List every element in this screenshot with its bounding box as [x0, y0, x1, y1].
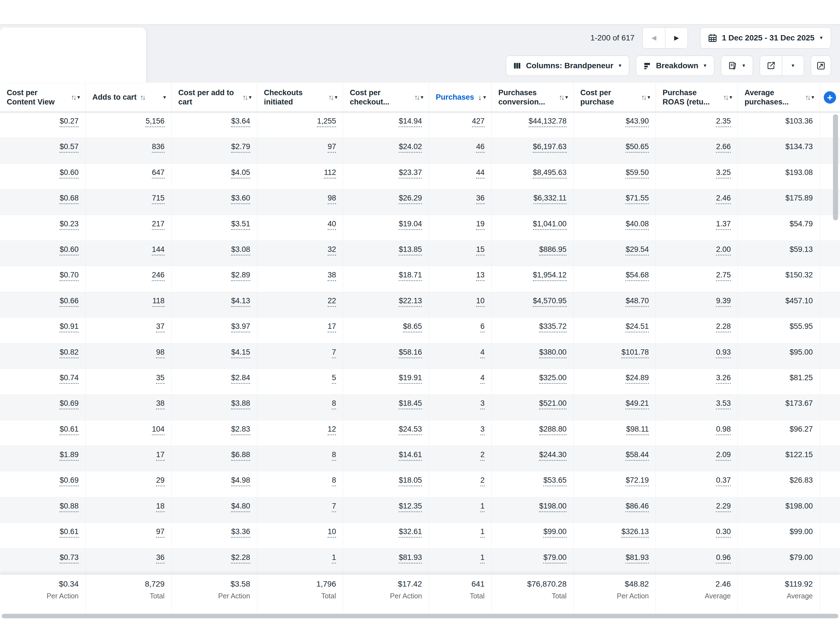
table-cell[interactable]: 97 — [257, 138, 343, 163]
table-cell[interactable]: $86.46 — [574, 497, 656, 522]
table-cell[interactable]: 427 — [429, 112, 491, 138]
table-cell[interactable]: 17 — [257, 318, 343, 343]
table-cell[interactable]: $32.61 — [343, 523, 429, 548]
column-header-cost-per-add-to-cart[interactable]: Cost per add to cart ↑↓ ▼ — [171, 83, 257, 112]
table-cell[interactable]: $18.05 — [343, 471, 429, 497]
columns-button[interactable]: Columns: Brandpeneur ▼ — [506, 56, 629, 76]
column-header-adds-to-cart[interactable]: Adds to cart ↑↓ ▼ — [86, 83, 171, 112]
table-cell[interactable]: $4.15 — [171, 343, 257, 369]
table-cell[interactable]: 0.96 — [656, 549, 738, 574]
table-cell[interactable]: $29.54 — [574, 241, 656, 266]
table-cell[interactable]: $3.08 — [171, 241, 257, 266]
table-cell[interactable]: $173.67 — [738, 394, 820, 420]
table-cell[interactable]: 0.37 — [656, 471, 738, 497]
sort-icon[interactable]: ↑↓ — [559, 93, 564, 102]
table-cell[interactable]: $72.19 — [574, 471, 656, 497]
table-cell[interactable]: 3.26 — [656, 369, 738, 394]
table-cell[interactable]: 6 — [429, 318, 491, 343]
table-cell[interactable]: 46 — [429, 138, 491, 163]
table-cell[interactable]: 647 — [86, 164, 171, 189]
sort-icon[interactable]: ↑↓ — [71, 93, 77, 102]
table-cell[interactable]: 3 — [429, 394, 491, 420]
table-cell[interactable]: 0.30 — [656, 523, 738, 548]
table-cell[interactable]: $2.83 — [171, 420, 257, 445]
chevron-down-icon[interactable]: ▼ — [482, 95, 487, 100]
chevron-down-icon[interactable]: ▼ — [77, 95, 81, 100]
table-cell[interactable]: $6.88 — [171, 446, 257, 471]
table-cell[interactable]: 836 — [86, 138, 171, 163]
table-cell[interactable]: $59.50 — [574, 164, 656, 189]
column-header-cost-per-content-view[interactable]: Cost per Content View ↑↓ ▼ — [0, 83, 86, 112]
table-cell[interactable]: $58.44 — [574, 446, 656, 471]
table-cell[interactable]: $3.88 — [171, 394, 257, 420]
column-header-checkouts-initiated[interactable]: Checkouts initiated ↑↓ ▼ — [257, 83, 343, 112]
table-cell[interactable]: 2.00 — [656, 241, 738, 266]
table-cell[interactable]: $886.95 — [491, 241, 574, 266]
table-cell[interactable]: $1,041.00 — [491, 215, 574, 240]
table-cell[interactable]: $24.51 — [574, 318, 656, 343]
table-cell[interactable]: $19.91 — [343, 369, 429, 394]
table-cell[interactable]: $1.89 — [0, 446, 86, 471]
table-cell[interactable]: $0.91 — [0, 318, 86, 343]
table-cell[interactable]: 37 — [86, 318, 171, 343]
table-cell[interactable]: 10 — [257, 523, 343, 548]
table-cell[interactable]: $81.93 — [343, 549, 429, 574]
table-cell[interactable]: $0.74 — [0, 369, 86, 394]
column-header-purchases-conversion[interactable]: Purchases conversion... ↑↓ ▼ — [491, 83, 574, 112]
table-cell[interactable]: $198.00 — [491, 497, 574, 522]
table-cell[interactable]: $23.37 — [343, 164, 429, 189]
table-cell[interactable]: $13.85 — [343, 241, 429, 266]
table-cell[interactable]: $26.29 — [343, 189, 429, 215]
table-cell[interactable]: $99.00 — [491, 523, 574, 548]
table-cell[interactable]: $101.78 — [574, 343, 656, 369]
table-cell[interactable]: 44 — [429, 164, 491, 189]
table-cell[interactable]: 0.98 — [656, 420, 738, 445]
table-cell[interactable]: $4,570.95 — [491, 292, 574, 317]
table-cell[interactable]: $24.89 — [574, 369, 656, 394]
sort-icon[interactable]: ↑↓ — [328, 93, 334, 102]
sort-icon[interactable]: ↑↓ — [242, 93, 248, 102]
table-cell[interactable]: $98.11 — [574, 420, 656, 445]
table-cell[interactable]: 715 — [86, 189, 171, 215]
table-cell[interactable]: $380.00 — [491, 343, 574, 369]
table-cell[interactable]: $44,132.78 — [491, 112, 574, 138]
charts-button[interactable] — [811, 56, 831, 76]
table-cell[interactable]: $0.61 — [0, 523, 86, 548]
table-cell[interactable]: 38 — [86, 394, 171, 420]
table-cell[interactable]: $0.68 — [0, 189, 86, 215]
table-cell[interactable]: 1 — [429, 523, 491, 548]
table-cell[interactable]: 2.75 — [656, 266, 738, 292]
table-cell[interactable]: $8,495.63 — [491, 164, 574, 189]
table-cell[interactable]: $96.27 — [738, 420, 820, 445]
table-cell[interactable]: $6,197.63 — [491, 138, 574, 163]
table-cell[interactable]: $12.35 — [343, 497, 429, 522]
table-cell[interactable]: $175.89 — [738, 189, 820, 215]
table-cell[interactable]: $122.15 — [738, 446, 820, 471]
table-cell[interactable]: 3 — [429, 420, 491, 445]
table-cell[interactable]: 2 — [429, 446, 491, 471]
table-cell[interactable]: 1,255 — [257, 112, 343, 138]
table-cell[interactable]: 7 — [257, 343, 343, 369]
table-cell[interactable]: 2.46 — [656, 189, 738, 215]
table-cell[interactable]: 2.35 — [656, 112, 738, 138]
table-cell[interactable]: $0.82 — [0, 343, 86, 369]
table-cell[interactable]: $22.13 — [343, 292, 429, 317]
table-cell[interactable]: $0.69 — [0, 471, 86, 497]
table-cell[interactable]: 9.39 — [656, 292, 738, 317]
chevron-down-icon[interactable]: ▼ — [810, 95, 815, 100]
sort-icon[interactable]: ↑↓ — [140, 93, 146, 102]
table-cell[interactable]: 4 — [429, 343, 491, 369]
table-cell[interactable]: $54.79 — [738, 215, 820, 240]
table-cell[interactable]: 2.66 — [656, 138, 738, 163]
table-cell[interactable]: $79.00 — [738, 549, 820, 574]
table-cell[interactable]: $8.65 — [343, 318, 429, 343]
table-cell[interactable]: 35 — [86, 369, 171, 394]
vertical-scrollbar[interactable] — [833, 114, 838, 220]
table-cell[interactable]: $3.51 — [171, 215, 257, 240]
table-cell[interactable]: $4.98 — [171, 471, 257, 497]
table-cell[interactable]: $95.00 — [738, 343, 820, 369]
table-cell[interactable]: 2.29 — [656, 497, 738, 522]
table-cell[interactable]: $24.02 — [343, 138, 429, 163]
chevron-down-icon[interactable]: ▼ — [420, 95, 424, 100]
table-cell[interactable]: $99.00 — [738, 523, 820, 548]
